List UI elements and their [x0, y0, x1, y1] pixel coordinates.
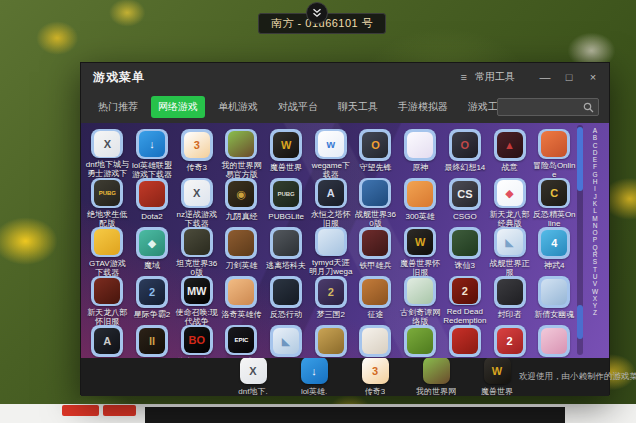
game-item[interactable]: 2倩女幽魂2 — [487, 325, 532, 358]
game-item[interactable]: ◣星际战甲 — [264, 325, 309, 358]
letter-item[interactable]: X — [593, 295, 597, 302]
tab-item[interactable]: 手游模拟器 — [391, 96, 455, 118]
letter-item[interactable]: L — [593, 207, 597, 214]
letter-item[interactable]: D — [593, 149, 598, 156]
game-item[interactable]: BO使命召唤黑色行动 — [174, 325, 219, 358]
common-tools-button[interactable]: 常用工具 — [475, 70, 515, 84]
letter-item[interactable]: A — [593, 127, 597, 134]
letter-item[interactable]: H — [593, 178, 598, 185]
game-item[interactable]: 2星际争霸2 — [130, 276, 175, 325]
taskbar-chip[interactable] — [103, 405, 136, 416]
game-item[interactable]: PUBGPUBGLite — [264, 178, 309, 227]
collapse-badge[interactable] — [306, 2, 328, 24]
scrollbar[interactable] — [577, 125, 583, 355]
game-item[interactable]: 古剑奇谭网络版 — [398, 276, 443, 325]
game-item[interactable]: W魔兽世界 — [264, 129, 309, 178]
game-item[interactable]: C反恐精英Online — [532, 178, 577, 227]
letter-item[interactable]: C — [593, 142, 598, 149]
game-item[interactable]: ▲战意 — [487, 129, 532, 178]
dock-item[interactable]: 3传奇3 — [353, 357, 397, 397]
dock-item[interactable]: Xdnf地下. — [231, 357, 275, 397]
dock-item[interactable]: W魔兽世界 — [475, 357, 519, 397]
game-item[interactable]: 阴阳师 — [353, 325, 398, 358]
game-item[interactable]: EPICEpic游戏平台 — [219, 325, 264, 358]
tab-item[interactable]: 对战平台 — [271, 96, 325, 118]
letter-item[interactable]: G — [592, 171, 597, 178]
taskbar-chip[interactable] — [62, 405, 99, 416]
letter-item[interactable]: J — [593, 193, 596, 200]
letter-item[interactable]: P — [593, 236, 597, 243]
game-item[interactable]: Xnz逆战游戏下载器 — [174, 178, 219, 227]
dock-item[interactable]: 我的世界网 — [414, 357, 458, 397]
game-item[interactable]: 诛仙3 — [443, 227, 488, 276]
game-item[interactable]: tymyd天涯明月刀wegame版下 — [308, 227, 353, 276]
letter-item[interactable]: Y — [593, 302, 597, 309]
letter-item[interactable]: Q — [592, 244, 597, 251]
letter-item[interactable]: W — [592, 288, 598, 295]
tab-item[interactable]: 单机游戏 — [211, 96, 265, 118]
minimize-button[interactable]: — — [537, 71, 553, 83]
game-item[interactable]: A永恒之塔怀旧服 — [308, 178, 353, 227]
game-item[interactable]: 300英雄 — [398, 178, 443, 227]
game-item[interactable]: 龙之谷 — [398, 325, 443, 358]
game-item[interactable]: Xdnf地下城与勇士游戏下载器 — [85, 129, 130, 178]
game-item[interactable]: 反恐行动 — [264, 276, 309, 325]
letter-item[interactable]: R — [593, 251, 598, 258]
hamburger-menu-icon[interactable]: ≡ — [461, 71, 467, 83]
search-box[interactable] — [497, 98, 599, 116]
letter-item[interactable]: V — [593, 280, 597, 287]
letter-item[interactable]: N — [593, 222, 598, 229]
game-item[interactable]: 刀剑英雄 — [219, 227, 264, 276]
letter-item[interactable]: T — [593, 266, 597, 273]
tab-item[interactable]: 网络游戏 — [151, 96, 205, 118]
game-item[interactable]: GTAV游戏下载器 — [85, 227, 130, 276]
tab-item[interactable]: 聊天工具 — [331, 96, 385, 118]
close-button[interactable]: × — [585, 71, 601, 83]
game-item[interactable]: A永恒之塔 — [85, 325, 130, 358]
game-item[interactable]: 2梦三国2 — [308, 276, 353, 325]
game-item[interactable]: 我的世界网易官方版 — [219, 129, 264, 178]
letter-item[interactable]: O — [592, 229, 597, 236]
game-item[interactable]: CSCSGO — [443, 178, 488, 227]
game-item[interactable]: 坦克世界360版 — [174, 227, 219, 276]
game-item[interactable]: QQ炫舞 — [532, 325, 577, 358]
game-item[interactable]: 冒险岛Online — [532, 129, 577, 178]
game-item[interactable]: O最终幻想14 — [443, 129, 488, 178]
letter-item[interactable]: F — [593, 163, 597, 170]
game-item[interactable]: 原神 — [398, 129, 443, 178]
game-item[interactable]: MW使命召唤:现代战争 — [174, 276, 219, 325]
game-item[interactable]: 铁甲雄兵 — [353, 227, 398, 276]
game-item[interactable]: 剑网3 — [308, 325, 353, 358]
tab-item[interactable]: 热门推荐 — [91, 96, 145, 118]
letter-item[interactable]: E — [593, 156, 597, 163]
game-item[interactable]: 新倩女幽魂 — [532, 276, 577, 325]
game-item[interactable]: 封印者 — [487, 276, 532, 325]
search-input[interactable] — [502, 101, 583, 114]
game-item[interactable]: O守望先锋 — [353, 129, 398, 178]
game-item[interactable]: ◉九阴真经 — [219, 178, 264, 227]
game-item[interactable]: 征途 — [353, 276, 398, 325]
game-item[interactable]: W魔兽世界怀旧服 — [398, 227, 443, 276]
game-item[interactable]: ◆魔域 — [130, 227, 175, 276]
letter-item[interactable]: M — [592, 215, 597, 222]
game-item[interactable]: 洛奇英雄传 — [219, 276, 264, 325]
game-item[interactable]: 2Red Dead Redemption 2 — [443, 276, 488, 325]
game-item[interactable]: 诛仙世界 — [443, 325, 488, 358]
letter-item[interactable]: B — [593, 134, 597, 141]
letter-item[interactable]: Z — [593, 309, 597, 316]
letter-item[interactable]: S — [593, 258, 597, 265]
dock-item[interactable]: ↓lol英雄. — [292, 357, 336, 397]
letter-item[interactable]: U — [593, 273, 598, 280]
game-item[interactable]: wwegame下载器 — [308, 129, 353, 178]
game-item[interactable]: 新天龙八部怀旧服 — [85, 276, 130, 325]
maximize-button[interactable]: □ — [561, 71, 577, 83]
game-item[interactable]: PUBG绝地求生低配版 — [85, 178, 130, 227]
letter-item[interactable]: K — [593, 200, 597, 207]
scrollbar-thumb[interactable] — [577, 127, 583, 191]
game-item[interactable]: 逃离塔科夫 — [264, 227, 309, 276]
game-item[interactable]: 4神武4 — [532, 227, 577, 276]
game-item[interactable]: II剑侠情缘 — [130, 325, 175, 358]
game-item[interactable]: 3传奇3 — [174, 129, 219, 178]
game-item[interactable]: ◆新天龙八部经典版 — [487, 178, 532, 227]
game-item[interactable]: Dota2 — [130, 178, 175, 227]
